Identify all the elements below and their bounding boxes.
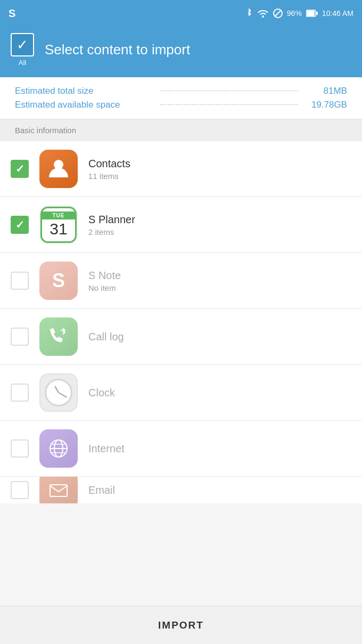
internet-app-icon bbox=[39, 429, 78, 468]
dnd-icon bbox=[273, 9, 283, 18]
import-button[interactable]: IMPORT bbox=[158, 619, 204, 631]
dots-2 bbox=[160, 104, 298, 105]
calllog-text: Call log bbox=[88, 331, 351, 343]
email-name: Email bbox=[88, 484, 351, 496]
svg-line-1 bbox=[275, 10, 281, 17]
clock-app-icon bbox=[39, 373, 78, 412]
email-checkbox[interactable] bbox=[11, 481, 29, 499]
header-title: Select content to import bbox=[45, 42, 190, 58]
app-logo: S bbox=[9, 7, 15, 20]
available-space-row: Estimated available space 19.78GB bbox=[15, 100, 347, 110]
splanner-app-icon: TUE 31 bbox=[39, 206, 78, 244]
internet-checkbox[interactable] bbox=[11, 439, 29, 458]
email-icon-svg bbox=[47, 478, 70, 502]
clock-minute-hand bbox=[59, 392, 68, 398]
globe-icon bbox=[47, 437, 70, 460]
list-item[interactable]: Clock bbox=[0, 365, 362, 421]
phone-arrows-icon bbox=[47, 325, 70, 348]
snote-count: No item bbox=[88, 283, 351, 292]
total-size-value: 81MB bbox=[305, 86, 347, 96]
clock-name: Clock bbox=[88, 387, 351, 399]
clock-checkbox[interactable] bbox=[11, 384, 29, 402]
list-item[interactable]: Internet bbox=[0, 421, 362, 477]
email-text: Email bbox=[88, 484, 351, 496]
list-item[interactable]: Email bbox=[0, 477, 362, 503]
splanner-checkbox[interactable] bbox=[11, 216, 29, 234]
total-size-label: Estimated total size bbox=[15, 86, 153, 96]
snote-s-letter: S bbox=[52, 270, 65, 292]
time: 10:46 AM bbox=[322, 9, 353, 18]
clock-face bbox=[45, 379, 72, 406]
battery-percent: 96% bbox=[287, 9, 302, 18]
contacts-text: Contacts 11 items bbox=[88, 158, 351, 181]
select-all-checkbox[interactable]: ✓ bbox=[11, 33, 34, 56]
battery-icon bbox=[306, 10, 318, 17]
contacts-app-icon bbox=[39, 150, 78, 188]
status-icons: 96% 10:46 AM bbox=[244, 8, 353, 19]
svg-rect-3 bbox=[307, 11, 315, 16]
status-bar: S 96% 10:46 AM bbox=[0, 0, 362, 27]
splanner-inner: TUE 31 bbox=[40, 207, 77, 243]
calllog-app-icon bbox=[39, 317, 78, 356]
total-size-row: Estimated total size 81MB bbox=[15, 86, 347, 96]
select-all-label: All bbox=[19, 59, 26, 67]
splanner-date: 31 bbox=[50, 219, 67, 239]
select-all-wrap[interactable]: ✓ All bbox=[11, 33, 34, 67]
splanner-count: 2 items bbox=[88, 227, 351, 237]
wifi-icon bbox=[257, 9, 269, 18]
list-item[interactable]: Call log bbox=[0, 309, 362, 365]
available-space-value: 19.78GB bbox=[305, 100, 347, 110]
person-icon bbox=[47, 157, 70, 181]
snote-checkbox[interactable] bbox=[11, 272, 29, 290]
available-space-label: Estimated available space bbox=[15, 100, 153, 110]
svg-rect-4 bbox=[316, 12, 318, 15]
content-list: Contacts 11 items TUE 31 S Planner 2 ite… bbox=[0, 141, 362, 503]
splanner-day: TUE bbox=[42, 211, 75, 219]
size-info: Estimated total size 81MB Estimated avai… bbox=[0, 77, 362, 119]
clock-text: Clock bbox=[88, 387, 351, 399]
section-header-label: Basic information bbox=[15, 126, 76, 135]
splanner-text: S Planner 2 items bbox=[88, 214, 351, 237]
import-bar: IMPORT bbox=[0, 606, 362, 644]
select-all-check: ✓ bbox=[17, 38, 28, 52]
bluetooth-icon bbox=[244, 8, 253, 19]
contacts-name: Contacts bbox=[88, 158, 351, 170]
header: ✓ All Select content to import bbox=[0, 27, 362, 77]
contacts-count: 11 items bbox=[88, 172, 351, 181]
svg-rect-11 bbox=[50, 485, 67, 496]
splanner-name: S Planner bbox=[88, 214, 351, 226]
dots-1 bbox=[160, 91, 298, 91]
snote-name: S Note bbox=[88, 270, 351, 282]
section-header: Basic information bbox=[0, 119, 362, 141]
calllog-checkbox[interactable] bbox=[11, 328, 29, 346]
internet-text: Internet bbox=[88, 443, 351, 455]
calllog-name: Call log bbox=[88, 331, 351, 343]
list-item[interactable]: S S Note No item bbox=[0, 253, 362, 309]
contacts-checkbox[interactable] bbox=[11, 160, 29, 178]
list-item[interactable]: Contacts 11 items bbox=[0, 141, 362, 197]
snote-text: S Note No item bbox=[88, 270, 351, 292]
list-item[interactable]: TUE 31 S Planner 2 items bbox=[0, 197, 362, 253]
email-app-icon bbox=[39, 477, 78, 503]
snote-app-icon: S bbox=[39, 262, 78, 300]
internet-name: Internet bbox=[88, 443, 351, 455]
